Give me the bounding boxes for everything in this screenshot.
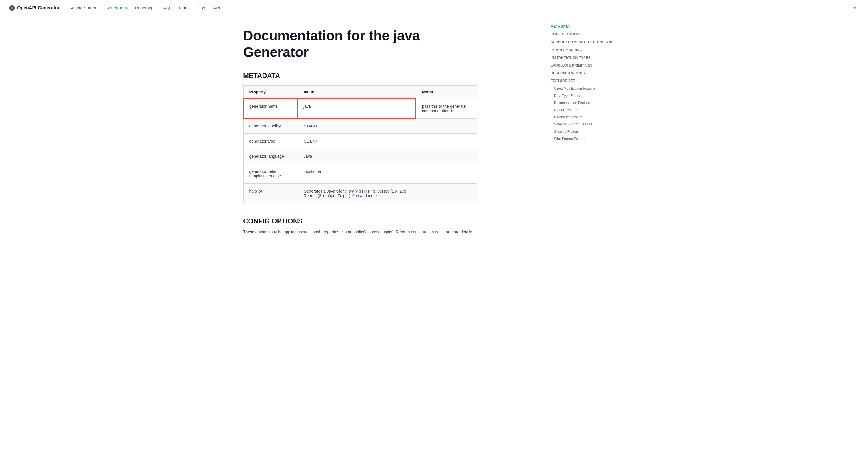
nav-generators[interactable]: Generators — [105, 5, 127, 10]
cell-notes — [416, 118, 477, 134]
nav-faq[interactable]: FAQ — [161, 5, 170, 10]
sidebar-item[interactable]: CONFIG OPTIONS — [551, 31, 625, 38]
table-row: generator languageJava — [243, 149, 477, 164]
config-options-title: CONFIG OPTIONS — [243, 217, 477, 225]
table-row: generator default templating enginemusta… — [243, 164, 477, 184]
brand-name: OpenAPI Generator — [17, 5, 59, 10]
cell-notes — [416, 184, 477, 204]
main-content: Documentation for the java Generator MET… — [243, 16, 557, 247]
cell-property: generator language — [243, 149, 298, 164]
cell-notes: pass this to the generate command after … — [416, 99, 477, 118]
sidebar-sub-item[interactable]: Schema Support Feature — [551, 121, 625, 128]
sidebar-item[interactable]: FEATURE SET — [551, 77, 625, 85]
sidebar-item[interactable]: IMPORT MAPPING — [551, 46, 625, 54]
brand-logo: ○ — [9, 5, 15, 11]
cell-notes — [416, 134, 477, 149]
metadata-section: METADATA Property Value Notes generator … — [243, 72, 477, 204]
config-link[interactable]: configuration docs — [411, 230, 444, 234]
cell-value: java — [298, 99, 416, 118]
table-row: generator namejavapass this to the gener… — [243, 99, 477, 118]
table-header-row: Property Value Notes — [243, 86, 477, 99]
sidebar-sub-item[interactable]: Data Type Feature — [551, 92, 625, 99]
cell-value: Generates a Java client library (HTTP li… — [298, 184, 416, 204]
cell-notes — [416, 164, 477, 184]
col-header-notes: Notes — [416, 86, 477, 99]
sidebar-sub-item[interactable]: Client Modification Feature — [551, 85, 625, 92]
config-options-section: CONFIG OPTIONS These options may be appl… — [243, 217, 477, 235]
page-layout: Documentation for the java Generator MET… — [234, 16, 634, 247]
nav-getting-started[interactable]: Getting Started — [69, 5, 97, 10]
cell-property: helpTxt — [243, 184, 298, 204]
sidebar-item[interactable]: LANGUAGE PRIMITIVES — [551, 62, 625, 69]
sidebar-sub-item[interactable]: Parameter Feature — [551, 114, 625, 121]
sidebar-item[interactable]: SUPPORTED VENDOR EXTENSIONS — [551, 38, 625, 46]
right-sidebar: METADATACONFIG OPTIONSSUPPORTED VENDOR E… — [551, 23, 625, 143]
table-row: helpTxtGenerates a Java client library (… — [243, 184, 477, 204]
cell-value: STABLE — [298, 118, 416, 134]
sidebar-sub-item[interactable]: Wire Format Feature — [551, 135, 625, 143]
brand[interactable]: ○ OpenAPI Generator — [9, 5, 59, 11]
cell-notes — [416, 149, 477, 164]
table-row: generator stabilitySTABLE — [243, 118, 477, 134]
theme-toggle-button[interactable]: ☀ — [851, 4, 859, 12]
config-description-part2: for more details. — [443, 230, 473, 234]
metadata-table: Property Value Notes generator namejavap… — [243, 86, 477, 204]
navbar-right: ☀ — [851, 4, 859, 12]
nav-blog[interactable]: Blog — [196, 5, 205, 10]
navbar: ○ OpenAPI Generator Getting Started Gene… — [0, 0, 868, 16]
metadata-section-title: METADATA — [243, 72, 477, 80]
sidebar-sub-item[interactable]: Security Feature — [551, 128, 625, 135]
sidebar-sub-item[interactable]: Documentation Feature — [551, 99, 625, 106]
config-description: These options may be applied as addition… — [243, 228, 477, 235]
config-description-part1: These options may be applied as addition… — [243, 230, 411, 234]
col-header-value: Value — [298, 86, 416, 99]
cell-property: generator type — [243, 134, 298, 149]
nav-links: Getting Started Generators Roadmap FAQ T… — [69, 5, 851, 10]
sidebar-item[interactable]: METADATA — [551, 23, 625, 31]
sidebar-sub-item[interactable]: Global Feature — [551, 106, 625, 114]
cell-value: Java — [298, 149, 416, 164]
cell-property: generator name — [243, 99, 298, 118]
sidebar-item[interactable]: INSTANTIATION TYPES — [551, 54, 625, 62]
cell-property: generator default templating engine — [243, 164, 298, 184]
cell-value: mustache — [298, 164, 416, 184]
col-header-property: Property — [243, 86, 298, 99]
nav-api[interactable]: API — [213, 5, 220, 10]
nav-team[interactable]: Team — [178, 5, 189, 10]
nav-roadmap[interactable]: Roadmap — [135, 5, 153, 10]
cell-property: generator stability — [243, 118, 298, 134]
sidebar-item[interactable]: RESERVED WORDS — [551, 69, 625, 77]
cell-value: CLIENT — [298, 134, 416, 149]
table-row: generator typeCLIENT — [243, 134, 477, 149]
page-title: Documentation for the java Generator — [243, 27, 477, 60]
